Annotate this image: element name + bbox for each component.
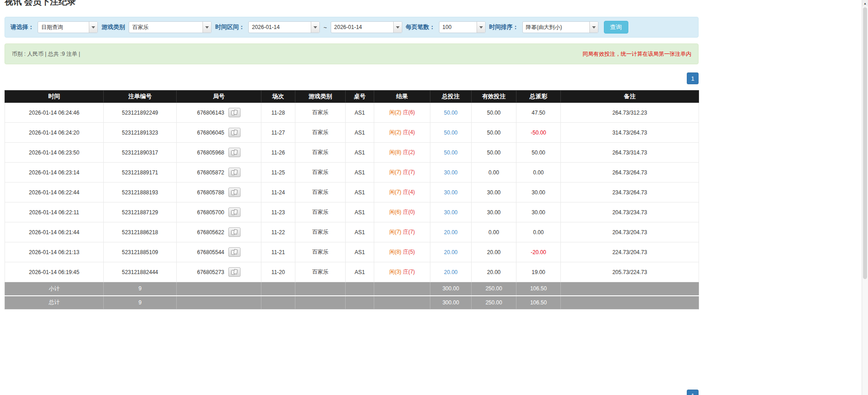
cell-total-bet: 50.00	[430, 103, 472, 123]
chevron-down-icon[interactable]	[589, 22, 598, 33]
total-label: 总计	[5, 296, 104, 309]
cell-bet-id: 523121882444	[104, 262, 177, 282]
cell-table-no: AS1	[346, 202, 374, 222]
cards-icon	[231, 209, 238, 215]
total-bet-link[interactable]: 50.00	[444, 110, 458, 116]
header-valid-bet: 有效投注	[472, 91, 516, 103]
cell-game-no: 676806045	[177, 123, 261, 143]
view-result-cards-button[interactable]	[228, 227, 241, 237]
view-result-cards-button[interactable]	[228, 267, 241, 277]
cards-icon	[231, 110, 238, 116]
query-type-value: 日期查询	[38, 22, 89, 33]
subtotal-label: 小计	[5, 282, 104, 296]
cell-valid-bet: 50.00	[472, 143, 516, 163]
page-1-button[interactable]: 1	[687, 72, 699, 84]
total-count: 9	[104, 296, 177, 309]
cell-valid-bet: 50.00	[472, 103, 516, 123]
table-row: 2026-01-14 06:24:46523121892249676806143…	[5, 103, 699, 123]
date-from-select[interactable]: 2026-01-14	[248, 21, 320, 33]
view-result-cards-button[interactable]	[228, 148, 241, 157]
total-bet-link[interactable]: 30.00	[444, 189, 458, 196]
cell-table-no: AS1	[346, 103, 374, 123]
cell-total-bet: 30.00	[430, 183, 472, 202]
vertical-scrollbar[interactable]: ▲	[862, 0, 868, 395]
sort-label: 时间排序：	[489, 23, 519, 31]
cell-result: 闲(8) 庄(5)	[374, 242, 430, 262]
view-result-cards-button[interactable]	[228, 207, 241, 217]
total-bet-link[interactable]: 30.00	[444, 169, 458, 176]
total-bet-link[interactable]: 30.00	[444, 209, 458, 216]
total-bet-link[interactable]: 20.00	[444, 249, 458, 255]
total-bet-link[interactable]: 20.00	[444, 229, 458, 236]
cell-category: 百家乐	[295, 103, 346, 123]
cell-session: 11-23	[261, 202, 295, 222]
cell-payout: 50.00	[516, 143, 561, 163]
pagination-bottom: 1	[687, 390, 699, 395]
cell-game-no: 676805872	[177, 163, 261, 183]
cell-category: 百家乐	[295, 183, 346, 202]
cell-session: 11-27	[261, 123, 295, 143]
subtotal-count: 9	[104, 282, 177, 296]
cell-bet-id: 523121886218	[104, 222, 177, 242]
cell-category: 百家乐	[295, 242, 346, 262]
game-category-value: 百家乐	[129, 22, 203, 33]
cell-payout: 30.00	[516, 183, 561, 202]
cell-category: 百家乐	[295, 222, 346, 242]
game-category-select[interactable]: 百家乐	[129, 21, 212, 33]
query-button[interactable]: 查询	[604, 21, 628, 34]
cell-time: 2026-01-14 06:22:44	[5, 183, 104, 202]
cell-bet-id: 523121885109	[104, 242, 177, 262]
header-time: 时间	[5, 91, 104, 103]
cell-remark: 204.73/234.73	[561, 202, 699, 222]
cell-session: 11-21	[261, 242, 295, 262]
cards-icon	[231, 169, 238, 175]
result-banker: 庄(6)	[403, 109, 415, 116]
chevron-down-icon[interactable]	[89, 22, 97, 33]
cell-result: 闲(7) 庄(7)	[374, 163, 430, 183]
subtotal-valid-bet: 250.00	[472, 282, 516, 296]
scroll-up-arrow-icon[interactable]: ▲	[862, 0, 868, 6]
time-range-label: 时间区间：	[215, 23, 245, 31]
header-category: 游戏类别	[295, 91, 346, 103]
page-1-button-bottom[interactable]: 1	[687, 390, 699, 395]
cell-table-no: AS1	[346, 123, 374, 143]
view-result-cards-button[interactable]	[228, 188, 241, 197]
cell-total-bet: 20.00	[430, 262, 472, 282]
total-bet-link[interactable]: 50.00	[444, 149, 458, 156]
result-player: 闲(7)	[389, 169, 401, 175]
sort-value: 降幂(由大到小)	[523, 22, 589, 33]
view-result-cards-button[interactable]	[228, 247, 241, 257]
header-game-no: 局号	[177, 91, 261, 103]
total-bet-link[interactable]: 20.00	[444, 269, 458, 275]
table-row: 2026-01-14 06:24:20523121891323676806045…	[5, 123, 699, 143]
cell-session: 11-22	[261, 222, 295, 242]
pagination-top: 1	[5, 72, 699, 84]
cell-payout: -50.00	[516, 123, 561, 143]
date-to-select[interactable]: 2026-01-14	[331, 21, 402, 33]
scrollbar-thumb[interactable]	[863, 7, 867, 279]
result-banker: 庄(4)	[403, 129, 415, 135]
cell-valid-bet: 30.00	[472, 183, 516, 202]
cell-total-bet: 30.00	[430, 163, 472, 183]
cell-game-no: 676805700	[177, 202, 261, 222]
cell-game-no: 676805968	[177, 143, 261, 163]
chevron-down-icon[interactable]	[477, 22, 485, 33]
result-banker: 庄(4)	[403, 189, 415, 195]
sort-select[interactable]: 降幂(由大到小)	[522, 21, 598, 33]
chevron-down-icon[interactable]	[311, 22, 319, 33]
view-result-cards-button[interactable]	[228, 108, 241, 117]
cell-payout: -20.00	[516, 242, 561, 262]
chevron-down-icon[interactable]	[393, 22, 402, 33]
page-size-select[interactable]: 100	[439, 21, 486, 33]
cell-table-no: AS1	[346, 242, 374, 262]
view-result-cards-button[interactable]	[228, 128, 241, 137]
query-type-select[interactable]: 日期查询	[38, 21, 98, 33]
result-player: 闲(7)	[389, 189, 401, 195]
result-player: 闲(8)	[389, 249, 401, 255]
total-bet-link[interactable]: 50.00	[444, 130, 458, 136]
cell-category: 百家乐	[295, 163, 346, 183]
result-player: 闲(6)	[389, 209, 401, 215]
valid-bet-notice: 同局有效投注，统一计算在该局第一张注单内	[583, 50, 691, 58]
view-result-cards-button[interactable]	[228, 168, 241, 177]
chevron-down-icon[interactable]	[203, 22, 211, 33]
